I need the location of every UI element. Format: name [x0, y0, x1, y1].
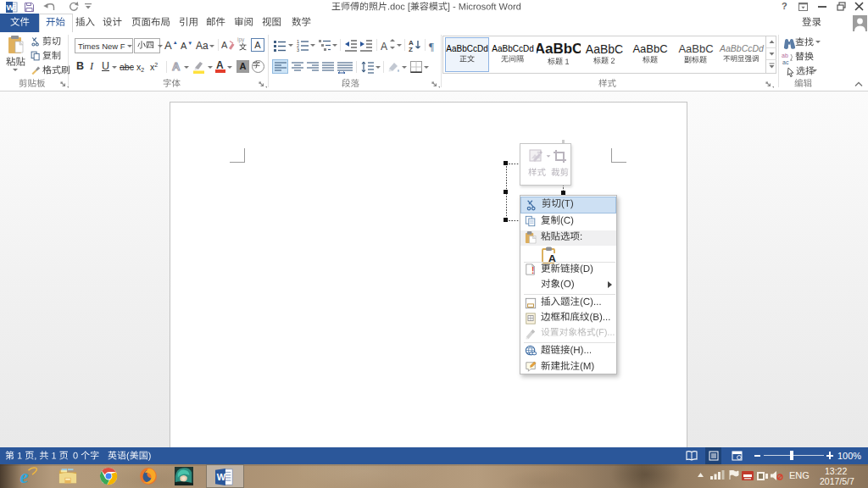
svg-text:ab: ab	[782, 53, 788, 58]
svg-text:3: 3	[297, 47, 299, 53]
svg-text:ac: ac	[782, 59, 789, 65]
svg-text:e: e	[19, 467, 28, 485]
svg-text:!: !	[531, 265, 535, 275]
svg-text:A: A	[381, 41, 387, 53]
svg-text:W: W	[7, 3, 14, 12]
svg-text:Z: Z	[409, 46, 413, 53]
svg-text:W: W	[217, 472, 226, 482]
svg-text:¶: ¶	[429, 40, 434, 53]
svg-text:A: A	[221, 40, 228, 50]
